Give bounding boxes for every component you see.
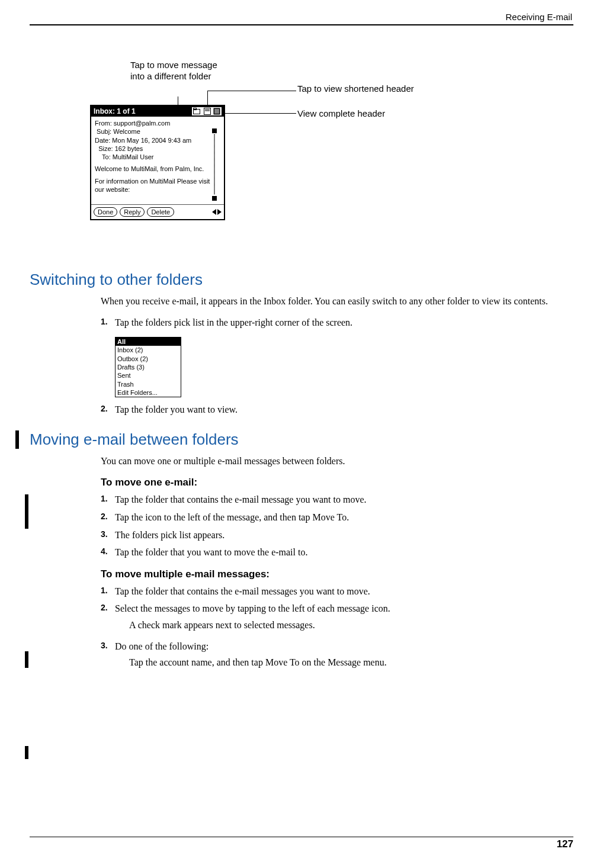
step-number: 4. bbox=[101, 546, 115, 559]
callout-short-header: Tap to view shortened header bbox=[297, 83, 428, 95]
picklist-option[interactable]: Inbox (2) bbox=[116, 346, 181, 354]
reply-button[interactable]: Reply bbox=[120, 207, 145, 217]
leader-line bbox=[207, 91, 208, 106]
size-value: 162 bytes bbox=[115, 145, 143, 152]
full-header-icon[interactable] bbox=[213, 108, 220, 115]
step-text: Tap the icon to the left of the message,… bbox=[115, 511, 573, 524]
step-number: 2. bbox=[101, 403, 115, 416]
scroll-up-icon[interactable] bbox=[212, 128, 217, 133]
running-head: Receiving E-mail bbox=[30, 12, 573, 24]
step-text: Select the messages to move by tapping t… bbox=[115, 603, 390, 613]
body-line: Welcome to MultiMail, from Palm, Inc. bbox=[95, 165, 214, 173]
picklist-option[interactable]: Outbox (2) bbox=[116, 355, 181, 363]
step-note: A check mark appears next to selected me… bbox=[129, 619, 573, 632]
page-number: 127 bbox=[30, 837, 573, 850]
picklist-option[interactable]: Sent bbox=[116, 371, 181, 380]
step-text: Tap the folders pick list in the upper-r… bbox=[115, 316, 573, 329]
leader-line bbox=[218, 113, 296, 114]
titlebar-text: Inbox: 1 of 1 bbox=[94, 107, 136, 115]
step-number: 3. bbox=[101, 640, 115, 673]
size-label: Size: bbox=[98, 145, 113, 152]
step-number: 3. bbox=[101, 529, 115, 542]
scroll-track[interactable] bbox=[214, 134, 215, 195]
subj-value: Welcome bbox=[113, 128, 140, 135]
short-header-icon[interactable] bbox=[204, 108, 211, 115]
date-label: Date: bbox=[95, 137, 110, 144]
subhead-move-multiple: To move multiple e-mail messages: bbox=[101, 568, 573, 580]
step-text: Tap the folder you want to view. bbox=[115, 403, 573, 416]
prev-message-icon[interactable] bbox=[212, 209, 216, 215]
picklist-option[interactable]: Edit Folders... bbox=[116, 388, 181, 397]
picklist-option[interactable]: Trash bbox=[116, 380, 181, 388]
step-number: 2. bbox=[101, 602, 115, 635]
change-bar bbox=[25, 746, 28, 759]
subj-label: Subj: bbox=[97, 128, 111, 135]
picklist-header[interactable]: All bbox=[116, 337, 181, 346]
step-text: Tap the folder that contains the e-mail … bbox=[115, 585, 573, 598]
body-line: For information on MultiMail Please visi… bbox=[95, 177, 214, 194]
message-body: From: support@palm.com Subj: Welcome Dat… bbox=[91, 117, 224, 204]
section-title-switching: Switching to other folders bbox=[30, 271, 573, 289]
callout-full-header: View complete header bbox=[297, 108, 428, 120]
subhead-move-one: To move one e-mail: bbox=[101, 477, 573, 488]
svg-rect-2 bbox=[204, 108, 211, 115]
from-value: support@palm.com bbox=[114, 120, 171, 127]
titlebar: Inbox: 1 of 1 bbox=[91, 106, 224, 117]
section-title-moving: Moving e-mail between folders bbox=[15, 430, 573, 449]
to-label: To: bbox=[102, 153, 111, 160]
email-screenshot: Inbox: 1 of 1 From: support@palm.com Sub… bbox=[90, 105, 225, 220]
section1-intro: When you receive e-mail, it appears in t… bbox=[101, 295, 573, 308]
change-bar bbox=[25, 651, 28, 668]
step-number: 2. bbox=[101, 511, 115, 524]
next-message-icon[interactable] bbox=[217, 209, 222, 215]
change-bar bbox=[25, 494, 28, 529]
step-number: 1. bbox=[101, 316, 115, 329]
scroll-down-icon[interactable] bbox=[212, 196, 217, 201]
to-value: MultiMail User bbox=[113, 153, 154, 160]
folder-move-icon[interactable] bbox=[193, 108, 201, 115]
step-number: 1. bbox=[101, 493, 115, 506]
titlebar-icons bbox=[192, 107, 222, 115]
done-button[interactable]: Done bbox=[94, 207, 117, 217]
button-bar: Done Reply Delete bbox=[91, 204, 224, 219]
svg-rect-5 bbox=[214, 108, 220, 115]
step-text: Tap the folder that you want to move the… bbox=[115, 546, 573, 559]
picklist-option[interactable]: Drafts (3) bbox=[116, 363, 181, 371]
header-rule bbox=[30, 24, 573, 25]
leader-line bbox=[207, 91, 296, 91]
section2-intro: You can move one or multiple e-mail mess… bbox=[101, 455, 573, 468]
footer: 127 bbox=[30, 837, 573, 850]
scrollbar[interactable] bbox=[212, 128, 217, 201]
step-action: Tap the account name, and then tap Move … bbox=[129, 656, 573, 669]
date-value: Mon May 16, 2004 9:43 am bbox=[112, 137, 191, 144]
step-text: Do one of the following: bbox=[115, 641, 209, 651]
delete-button[interactable]: Delete bbox=[147, 207, 174, 217]
from-label: From: bbox=[95, 120, 112, 127]
step-text: The folders pick list appears. bbox=[115, 529, 573, 542]
folder-picklist[interactable]: All Inbox (2) Outbox (2) Drafts (3) Sent… bbox=[115, 337, 181, 397]
step-text: Tap the folder that contains the e-mail … bbox=[115, 493, 573, 506]
callout-move-folder: Tap to move message into a different fol… bbox=[130, 60, 225, 82]
step-number: 1. bbox=[101, 585, 115, 598]
